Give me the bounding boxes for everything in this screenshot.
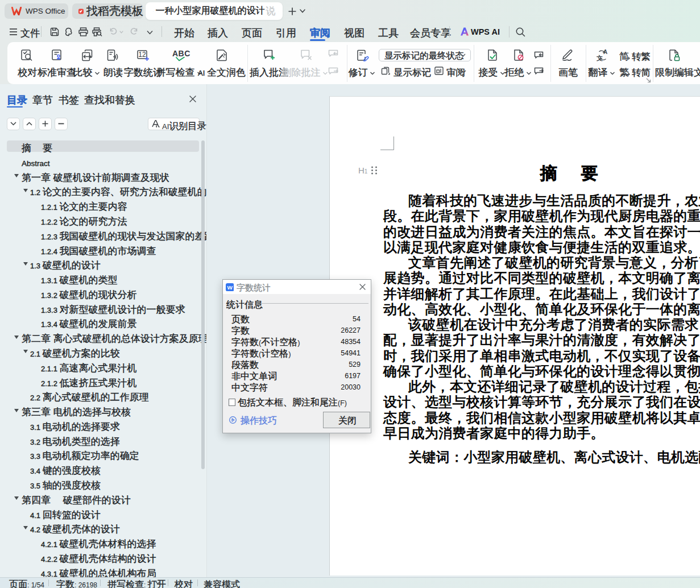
svg-text:文: 文 (597, 55, 603, 61)
svg-text:12: 12 (138, 51, 146, 59)
svg-text:W: W (227, 284, 233, 290)
